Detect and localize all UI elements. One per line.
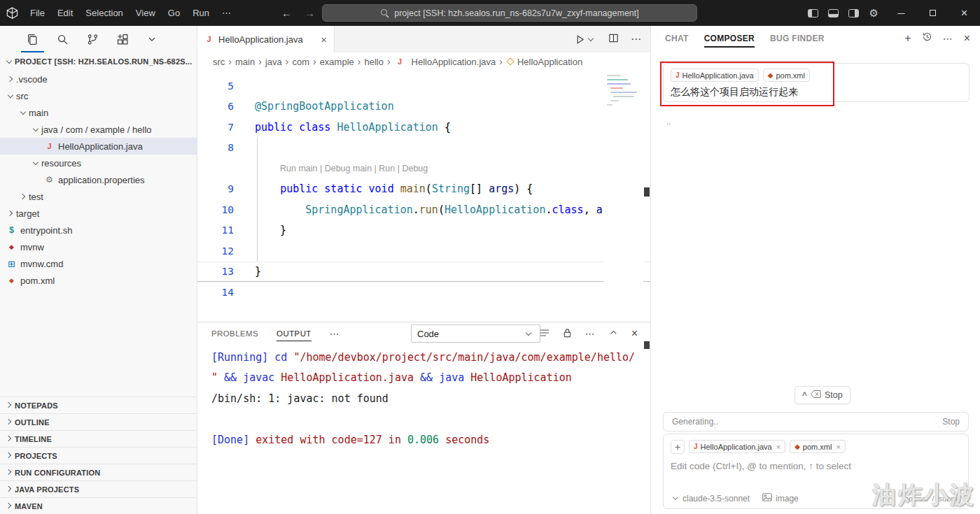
tree-item-entrypoint-sh[interactable]: $entrypoint.sh xyxy=(0,222,197,238)
file-chip-helloapplication-java[interactable]: JHelloApplication.java xyxy=(671,69,759,82)
panel-more-icon[interactable]: ⋯ xyxy=(330,328,340,339)
tree-item-test[interactable]: test xyxy=(0,188,197,205)
minimize-button[interactable]: ─ xyxy=(886,0,917,26)
composer-tab-bug-finder[interactable]: BUG FINDER xyxy=(770,26,825,50)
image-button[interactable]: image xyxy=(762,493,799,504)
breadcrumb-item-com[interactable]: com xyxy=(292,57,309,67)
menu-item-more[interactable]: ⋯ xyxy=(216,8,237,18)
sidebar-section-outline[interactable]: OUTLINE xyxy=(0,413,197,430)
stop-button[interactable]: ^ Stop xyxy=(794,386,850,404)
toggle-panel-icon[interactable] xyxy=(828,9,839,17)
sidebar-section-java-projects[interactable]: JAVA PROJECTS xyxy=(0,480,197,497)
composer-more-icon[interactable]: ⋯ xyxy=(943,33,953,44)
model-selector[interactable]: claude-3.5-sonnet xyxy=(671,493,750,504)
code-text: @SpringBootApplication xyxy=(255,100,394,113)
tree-item-application-properties[interactable]: ⚙application.properties xyxy=(0,171,197,188)
file-chip-helloapplication-java[interactable]: JHelloApplication.java× xyxy=(689,440,785,453)
code-editor[interactable]: 56@SpringBootApplication7public class He… xyxy=(197,71,650,322)
user-message[interactable]: JHelloApplication.java◆pom.xml 怎么将这个项目启动… xyxy=(663,63,969,102)
sidebar-section-timeline[interactable]: TIMELINE xyxy=(0,430,197,447)
composer-input[interactable]: +JHelloApplication.java×◆pom.xml× Edit c… xyxy=(663,434,969,509)
code-line-9: 9 public static void main(String[] args)… xyxy=(197,179,650,200)
sidebar-section-projects[interactable]: PROJECTS xyxy=(0,447,197,464)
chip-close-icon[interactable]: × xyxy=(776,443,780,451)
command-center-search[interactable]: project [SSH: hzh.sealos.run_ns-682s7u7w… xyxy=(322,4,697,22)
menu-item-file[interactable]: File xyxy=(24,8,51,18)
menu-item-view[interactable]: View xyxy=(130,8,162,18)
tree-item-mvnw[interactable]: ◆mvnw xyxy=(0,238,197,255)
menu-item-go[interactable]: Go xyxy=(162,8,186,18)
explorer-section-header[interactable]: PROJECT [SSH: HZH.SEALOS.RUN_NS-682S... xyxy=(0,52,197,71)
extensions-icon[interactable] xyxy=(117,26,129,52)
search-view-icon[interactable] xyxy=(57,26,69,52)
mode-hint[interactable]: normal xyxy=(904,494,928,503)
tree-item-resources[interactable]: resources xyxy=(0,155,197,171)
explorer-view-icon[interactable] xyxy=(27,26,38,52)
tree-item-vscode[interactable]: .vscode xyxy=(0,71,197,87)
toggle-sidebar-icon[interactable] xyxy=(808,9,818,17)
editor-more-icon[interactable]: ⋯ xyxy=(631,33,642,45)
output-console[interactable]: [Running] cd "/home/devbox/project/src/m… xyxy=(197,345,650,450)
forward-arrow-icon[interactable]: → xyxy=(304,7,315,19)
tab-helloapplication-java[interactable]: J HelloApplication.java × xyxy=(197,26,335,52)
add-context-button[interactable]: + xyxy=(671,440,685,454)
breadcrumb-item-example[interactable]: example xyxy=(320,57,354,67)
minimap[interactable] xyxy=(603,71,643,322)
new-composer-plus-icon[interactable]: + xyxy=(904,32,911,45)
run-dropdown-chevron-icon[interactable] xyxy=(586,34,596,45)
close-button[interactable]: × xyxy=(948,0,980,26)
generating-stop-button[interactable]: Stop xyxy=(942,417,960,427)
breadcrumb-item-java[interactable]: java xyxy=(265,57,282,67)
maximize-panel-chevron-icon[interactable] xyxy=(609,328,618,339)
tree-item-java-com-example-hello[interactable]: java / com / example / hello xyxy=(0,121,197,138)
tree-item-pom-xml[interactable]: ◆pom.xml xyxy=(0,272,197,289)
model-chevron-icon xyxy=(671,493,681,504)
lock-scroll-icon[interactable] xyxy=(563,328,572,340)
tab-close-icon[interactable]: × xyxy=(321,34,327,45)
composer-close-icon[interactable]: × xyxy=(964,32,970,45)
panel-tab-output[interactable]: OUTPUT xyxy=(276,322,312,345)
breadcrumb-item-hello[interactable]: hello xyxy=(364,57,383,67)
more-views-chevron-icon[interactable] xyxy=(147,26,157,52)
tree-item-target[interactable]: target xyxy=(0,205,197,222)
chip-close-icon[interactable]: × xyxy=(836,443,840,451)
composer-tab-chat[interactable]: CHAT xyxy=(665,26,689,50)
breadcrumb-item-src[interactable]: src xyxy=(213,57,225,67)
output-channel-select[interactable]: Code xyxy=(411,324,540,343)
run-button[interactable] xyxy=(575,34,596,45)
panel-tab-problems[interactable]: PROBLEMS xyxy=(211,322,258,345)
back-arrow-icon[interactable]: ← xyxy=(281,7,292,19)
composer-tab-composer[interactable]: COMPOSER xyxy=(704,26,755,50)
settings-gear-icon[interactable]: ⚙ xyxy=(869,7,878,20)
tree-item-src[interactable]: src xyxy=(0,87,197,104)
split-editor-icon[interactable] xyxy=(608,33,619,45)
chevron-right-icon xyxy=(18,192,29,202)
tree-item-mvnw-cmd[interactable]: ⊞mvnw.cmd xyxy=(0,255,197,272)
file-chip-pom-xml[interactable]: ◆pom.xml× xyxy=(790,440,846,453)
maximize-button[interactable] xyxy=(917,0,948,26)
tree-item-helloapplication-java[interactable]: JHelloApplication.java xyxy=(0,138,197,155)
breadcrumb-item-helloapplication-java[interactable]: JHelloApplication.java xyxy=(394,57,496,67)
source-control-icon[interactable] xyxy=(87,26,99,52)
codelens-actions[interactable]: Run main | Debug main | Run | Debug xyxy=(280,164,428,173)
breadcrumb-item-main[interactable]: main xyxy=(235,57,255,67)
sidebar-section-maven[interactable]: MAVEN xyxy=(0,497,197,514)
submit-hint[interactable]: submit xyxy=(939,494,961,503)
sidebar-section-run-configuration[interactable]: RUN CONFIGURATION xyxy=(0,464,197,480)
editor-scrollbar-thumb[interactable] xyxy=(644,187,650,197)
menu-item-edit[interactable]: Edit xyxy=(51,8,79,18)
panel-overflow-icon[interactable]: ⋯ xyxy=(585,328,596,339)
tree-item-main[interactable]: main xyxy=(0,104,197,121)
file-chip-pom-xml[interactable]: ◆pom.xml xyxy=(763,69,810,82)
toggle-secondary-sidebar-icon[interactable] xyxy=(848,9,859,17)
sidebar-section-notepads[interactable]: NOTEPADS xyxy=(0,397,197,413)
breadcrumb-item-helloapplication[interactable]: HelloApplication xyxy=(506,57,582,67)
close-panel-icon[interactable]: × xyxy=(631,327,638,340)
menu-item-run[interactable]: Run xyxy=(186,8,216,18)
clear-output-icon[interactable] xyxy=(540,329,550,339)
menu-item-selection[interactable]: Selection xyxy=(79,8,129,18)
panel-scrollbar-thumb[interactable] xyxy=(644,341,650,349)
java-file-icon: J xyxy=(676,71,680,79)
indent-guide xyxy=(257,138,258,262)
history-icon[interactable] xyxy=(922,31,932,45)
